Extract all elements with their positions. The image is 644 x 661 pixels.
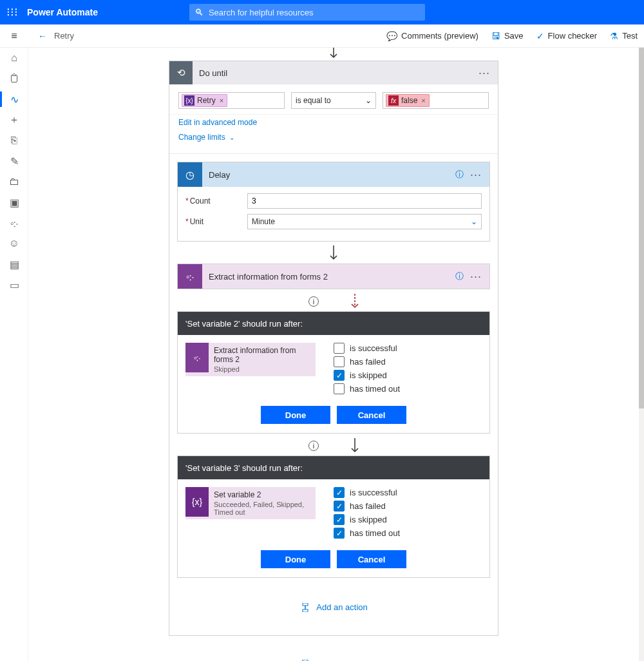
- flow-arrow-icon: [177, 245, 490, 263]
- checkbox-failed[interactable]: ✓: [334, 501, 345, 512]
- search-icon: 🔍︎: [194, 7, 204, 17]
- nav-learn-icon[interactable]: ▭: [0, 274, 28, 295]
- checker-icon: ✓: [536, 31, 544, 41]
- designer-canvas: ⟲ Do until ··· {x} Retry × is equal to ⌄: [28, 48, 639, 661]
- cancel-button[interactable]: Cancel: [337, 406, 406, 424]
- checkbox-failed[interactable]: [334, 356, 345, 367]
- scrollbar[interactable]: [639, 48, 644, 661]
- extract-card: ◦჻ Extract information from forms 2 ⓘ ··…: [177, 263, 490, 289]
- runafter-source: {x} Set variable 2 Succeeded, Failed, Sk…: [185, 487, 316, 519]
- chevron-down-icon: ⌄: [229, 134, 234, 141]
- nav-create-icon[interactable]: ＋: [0, 110, 28, 130]
- nav-process-icon[interactable]: ☺: [0, 233, 28, 254]
- nav-clipboard-icon[interactable]: 📋︎: [0, 68, 28, 89]
- svg-rect-4: [303, 603, 308, 606]
- left-nav: ⌂ 📋︎ ∿ ＋ ⎘ ✎ 🗀 ▣ ◦჻ ☺ ▤ ▭: [0, 48, 28, 661]
- dashed-arrow-icon: [351, 294, 359, 309]
- chevron-down-icon: ⌄: [365, 96, 372, 105]
- ai-form-icon: ◦჻: [185, 343, 209, 372]
- more-icon[interactable]: ···: [470, 168, 482, 182]
- done-button[interactable]: Done: [261, 550, 330, 568]
- scrollbar-thumb[interactable]: [639, 48, 644, 408]
- do-until-card: ⟲ Do until ··· {x} Retry × is equal to ⌄: [169, 61, 498, 636]
- beaker-icon: ⚗: [610, 31, 618, 41]
- add-step-icon: [299, 603, 311, 612]
- nav-monitor-icon[interactable]: ▣: [0, 192, 28, 213]
- save-button[interactable]: 🖫Save: [485, 24, 530, 48]
- runafter-card-1: 'Set variable 2' should run after: ◦჻ Ex…: [177, 311, 490, 434]
- checkbox-timedout[interactable]: [334, 383, 345, 394]
- nav-data-icon[interactable]: 🗀: [0, 171, 28, 192]
- search-input[interactable]: [209, 8, 420, 17]
- flow-arrow-icon: [351, 438, 359, 454]
- remove-token-icon[interactable]: ×: [220, 97, 223, 104]
- loop-icon: ⟲: [169, 61, 193, 84]
- extract-header[interactable]: ◦჻ Extract information from forms 2 ⓘ ··…: [178, 264, 489, 289]
- delay-header[interactable]: ◷ Delay ⓘ ···: [178, 162, 489, 187]
- cancel-button[interactable]: Cancel: [337, 550, 406, 568]
- condition-row: {x} Retry × is equal to ⌄ fx false ×: [169, 84, 498, 115]
- done-button[interactable]: Done: [261, 406, 330, 424]
- edit-advanced-link[interactable]: Edit in advanced mode: [178, 118, 257, 127]
- test-button[interactable]: ⚗Test: [603, 24, 644, 48]
- unit-select[interactable]: Minute ⌄: [247, 214, 482, 229]
- runafter-heading: 'Set variable 3' should run after:: [178, 456, 489, 479]
- nav-solutions-icon[interactable]: ▤: [0, 254, 28, 274]
- timer-icon: ◷: [178, 162, 202, 187]
- count-input[interactable]: [247, 193, 482, 209]
- info-icon[interactable]: i: [308, 441, 319, 451]
- hamburger-icon[interactable]: ≡: [0, 30, 28, 42]
- nav-templates-icon[interactable]: ⎘: [0, 130, 28, 151]
- comments-button[interactable]: 💬Comments (preview): [380, 24, 485, 48]
- comment-icon: 💬: [386, 31, 397, 41]
- help-icon[interactable]: ⓘ: [455, 169, 464, 180]
- condition-left-field[interactable]: {x} Retry ×: [178, 92, 285, 109]
- search-field[interactable]: 🔍︎: [189, 4, 425, 21]
- fx-icon: fx: [388, 95, 399, 106]
- nav-connectors-icon[interactable]: ✎: [0, 151, 28, 171]
- runafter-heading: 'Set variable 2' should run after:: [178, 312, 489, 335]
- fx-token[interactable]: fx false ×: [386, 94, 430, 107]
- runafter-source: ◦჻ Extract information from forms 2 Skip…: [185, 343, 316, 376]
- app-launcher-icon[interactable]: ⁝⁝⁝: [0, 0, 24, 24]
- ai-form-icon: ◦჻: [178, 264, 202, 289]
- nav-flows-icon[interactable]: ∿: [0, 89, 28, 110]
- help-icon[interactable]: ⓘ: [455, 271, 464, 282]
- nav-ai-icon[interactable]: ◦჻: [0, 213, 28, 233]
- delay-card: ◷ Delay ⓘ ··· *Count *Unit Mi: [177, 162, 490, 242]
- change-limits-link[interactable]: Change limits⌄: [178, 133, 234, 142]
- flow-checker-button[interactable]: ✓Flow checker: [530, 24, 604, 48]
- checkbox-success[interactable]: ✓: [334, 487, 345, 498]
- variable-icon: {x}: [184, 95, 194, 106]
- variable-token[interactable]: {x} Retry ×: [182, 94, 227, 107]
- checkbox-success[interactable]: [334, 343, 345, 354]
- nav-home-icon[interactable]: ⌂: [0, 48, 28, 68]
- more-icon[interactable]: ···: [470, 270, 482, 283]
- checkbox-skipped[interactable]: ✓: [334, 514, 345, 525]
- do-until-header[interactable]: ⟲ Do until ···: [169, 61, 498, 84]
- more-icon[interactable]: ···: [478, 66, 490, 80]
- info-icon[interactable]: i: [308, 296, 319, 307]
- command-bar: ≡ ← Retry 💬Comments (preview) 🖫Save ✓Flo…: [0, 24, 644, 48]
- back-icon[interactable]: ←: [31, 31, 54, 41]
- remove-token-icon[interactable]: ×: [421, 97, 425, 104]
- chevron-down-icon: ⌄: [471, 217, 477, 226]
- flow-title: Retry: [54, 31, 74, 41]
- condition-right-field[interactable]: fx false ×: [383, 92, 489, 109]
- variable-icon: {x}: [185, 487, 209, 517]
- runafter-card-2: 'Set variable 3' should run after: {x} S…: [177, 455, 490, 578]
- checkbox-skipped[interactable]: ✓: [334, 370, 345, 381]
- save-icon: 🖫: [491, 31, 500, 41]
- svg-rect-5: [303, 609, 308, 612]
- operator-select[interactable]: is equal to ⌄: [291, 92, 376, 109]
- top-bar: ⁝⁝⁝ Power Automate 🔍︎: [0, 0, 644, 24]
- flow-arrow-icon: [169, 48, 498, 61]
- checkbox-timedout[interactable]: ✓: [334, 528, 345, 539]
- add-action-button[interactable]: Add an action: [177, 602, 490, 612]
- app-name: Power Automate: [27, 7, 98, 17]
